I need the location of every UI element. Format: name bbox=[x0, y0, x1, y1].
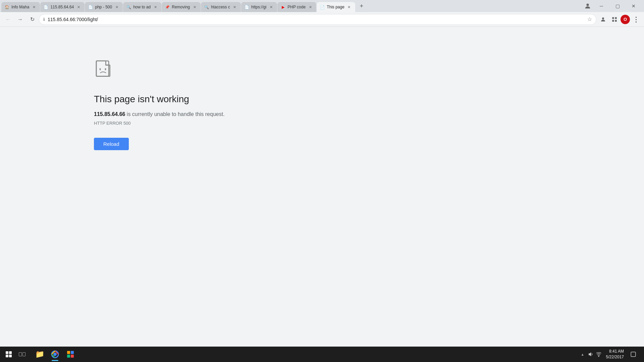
taskbar: 📁 bbox=[0, 347, 644, 362]
svg-rect-2 bbox=[612, 17, 614, 19]
svg-rect-24 bbox=[631, 352, 636, 357]
taskbar-chrome[interactable] bbox=[48, 347, 62, 362]
taskbar-app3[interactable] bbox=[63, 347, 78, 362]
tab-favicon-2: 📄 bbox=[44, 5, 48, 9]
account-icon[interactable] bbox=[598, 14, 608, 25]
maximize-button[interactable]: ▢ bbox=[610, 1, 625, 11]
tab-favicon-9: 📄 bbox=[320, 5, 325, 9]
extensions-icon[interactable] bbox=[609, 14, 620, 25]
tab-label-2: 115.85.64.64 bbox=[50, 5, 74, 9]
tab-this-page[interactable]: 📄 This page ✕ bbox=[317, 2, 355, 12]
svg-point-1 bbox=[602, 17, 604, 19]
tab-favicon-4: 🔍 bbox=[126, 5, 131, 9]
opera-icon[interactable]: O bbox=[621, 15, 630, 24]
tray-clock[interactable]: 8:41 AM 5/22/2017 bbox=[603, 349, 627, 360]
profile-icon[interactable] bbox=[582, 0, 594, 12]
tab-php-500[interactable]: 📄 php - 500 ✕ bbox=[85, 2, 123, 12]
tab-label-7: https://gi bbox=[251, 5, 266, 9]
tab-close-6[interactable]: ✕ bbox=[232, 4, 237, 10]
svg-point-17 bbox=[53, 353, 57, 356]
svg-point-23 bbox=[598, 356, 599, 357]
close-button[interactable]: ✕ bbox=[626, 1, 641, 11]
tab-close-9[interactable]: ✕ bbox=[346, 4, 352, 10]
tab-label-8: PHP code bbox=[287, 5, 306, 9]
minimize-button[interactable]: ─ bbox=[594, 1, 609, 11]
svg-marker-22 bbox=[589, 352, 591, 356]
tray-network-icon[interactable] bbox=[595, 351, 602, 358]
tab-favicon-6: 🔍 bbox=[204, 5, 209, 9]
tab-removing[interactable]: 📌 Removing ✕ bbox=[162, 2, 201, 12]
tab-how-to-ad[interactable]: 🔍 how to ad ✕ bbox=[123, 2, 161, 12]
new-tab-button[interactable]: + bbox=[357, 1, 366, 11]
lock-icon: ℹ bbox=[43, 17, 45, 22]
tray-notification-icon[interactable] bbox=[628, 349, 639, 360]
tab-close-4[interactable]: ✕ bbox=[153, 4, 158, 10]
more-options-icon[interactable]: ⋮ bbox=[631, 14, 641, 25]
title-bar: 🏠 Info Maha ✕ 📄 115.85.64.64 ✕ 📄 php - 5… bbox=[0, 0, 644, 12]
tab-115[interactable]: 📄 115.85.64.64 ✕ bbox=[40, 2, 85, 12]
taskbar-file-explorer[interactable]: 📁 bbox=[32, 347, 47, 362]
tab-label-1: Info Maha bbox=[11, 5, 29, 9]
svg-rect-21 bbox=[71, 355, 74, 358]
toolbar: ← → ↻ ℹ ☆ O ⋮ bbox=[0, 12, 644, 27]
page-content: This page isn't working 115.85.64.66 is … bbox=[0, 27, 644, 362]
tab-label-3: php - 500 bbox=[95, 5, 112, 9]
tab-php-code[interactable]: ▶ PHP code ✕ bbox=[277, 2, 316, 12]
tab-close-8[interactable]: ✕ bbox=[308, 4, 313, 10]
svg-rect-3 bbox=[615, 17, 617, 19]
tab-label-6: htaccess c bbox=[211, 5, 230, 9]
error-code: HTTP ERROR 500 bbox=[94, 121, 131, 126]
tab-github[interactable]: 📄 https://gi ✕ bbox=[241, 2, 277, 12]
start-button[interactable] bbox=[3, 348, 15, 360]
reload-button[interactable]: ↻ bbox=[27, 14, 38, 25]
error-description-suffix: is currently unable to handle this reque… bbox=[125, 111, 224, 117]
tab-close-2[interactable]: ✕ bbox=[76, 4, 81, 10]
tray-date: 5/22/2017 bbox=[606, 354, 624, 360]
tabs-area: 🏠 Info Maha ✕ 📄 115.85.64.64 ✕ 📄 php - 5… bbox=[0, 0, 582, 12]
svg-rect-19 bbox=[71, 351, 74, 354]
reload-button-page[interactable]: Reload bbox=[94, 138, 129, 150]
bookmark-star-icon[interactable]: ☆ bbox=[587, 16, 592, 22]
tab-label-9: This page bbox=[327, 5, 344, 9]
tab-favicon-3: 📄 bbox=[88, 5, 93, 9]
taskbar-tray: ▲ 8:41 AM 5/22/2017 bbox=[577, 349, 641, 360]
tab-label-4: how to ad bbox=[133, 5, 151, 9]
svg-rect-4 bbox=[612, 20, 614, 21]
tab-close-7[interactable]: ✕ bbox=[268, 4, 274, 10]
taskbar-apps: 📁 bbox=[32, 347, 78, 362]
tab-favicon-8: ▶ bbox=[281, 5, 285, 9]
tab-close-1[interactable]: ✕ bbox=[31, 4, 37, 10]
toolbar-right-icons: O ⋮ bbox=[598, 14, 641, 25]
tray-show-hidden-icon[interactable]: ▲ bbox=[579, 351, 586, 358]
url-input[interactable] bbox=[48, 17, 585, 22]
svg-point-0 bbox=[586, 4, 589, 6]
omnibox[interactable]: ℹ ☆ bbox=[39, 14, 596, 25]
browser-frame: 🏠 Info Maha ✕ 📄 115.85.64.64 ✕ 📄 php - 5… bbox=[0, 0, 644, 362]
error-heading: This page isn't working bbox=[94, 94, 189, 105]
error-description: 115.85.64.66 is currently unable to hand… bbox=[94, 111, 225, 117]
svg-rect-5 bbox=[615, 20, 617, 21]
tab-favicon-7: 📄 bbox=[245, 5, 249, 9]
tray-time: 8:41 AM bbox=[609, 349, 624, 354]
forward-button[interactable]: → bbox=[15, 14, 25, 25]
svg-rect-20 bbox=[67, 355, 70, 358]
tray-volume-icon[interactable] bbox=[587, 351, 594, 358]
svg-rect-6 bbox=[96, 61, 109, 76]
tab-label-5: Removing bbox=[172, 5, 190, 9]
back-button[interactable]: ← bbox=[3, 14, 13, 25]
tab-info-maha[interactable]: 🏠 Info Maha ✕ bbox=[1, 2, 40, 12]
window-controls: ─ ▢ ✕ bbox=[594, 0, 644, 12]
error-ip: 115.85.64.66 bbox=[94, 111, 125, 117]
tab-favicon-1: 🏠 bbox=[5, 5, 9, 9]
tab-close-3[interactable]: ✕ bbox=[114, 4, 119, 10]
error-icon bbox=[94, 60, 114, 82]
tab-close-5[interactable]: ✕ bbox=[192, 4, 197, 10]
error-container: This page isn't working 115.85.64.66 is … bbox=[94, 60, 225, 150]
svg-rect-18 bbox=[67, 351, 70, 354]
task-view-button[interactable] bbox=[16, 348, 28, 360]
tab-htaccess[interactable]: 🔍 htaccess c ✕ bbox=[201, 2, 241, 12]
tab-favicon-5: 📌 bbox=[165, 5, 170, 9]
